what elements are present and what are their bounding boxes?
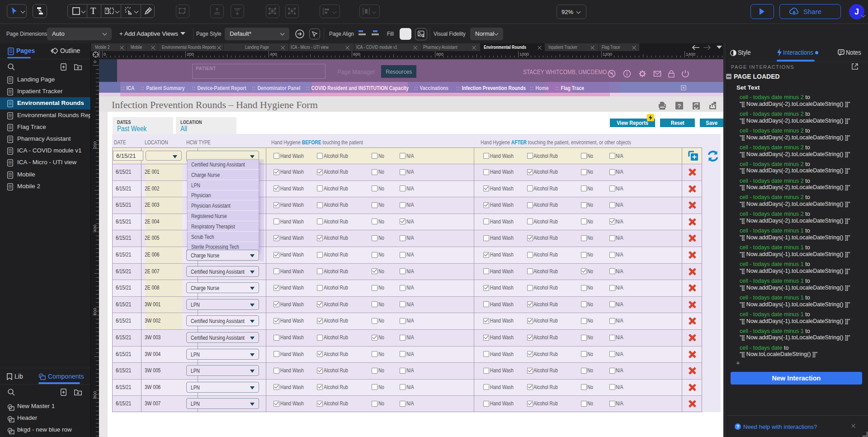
svg-text:T: T bbox=[106, 9, 108, 12]
svg-text:?: ? bbox=[678, 103, 681, 109]
